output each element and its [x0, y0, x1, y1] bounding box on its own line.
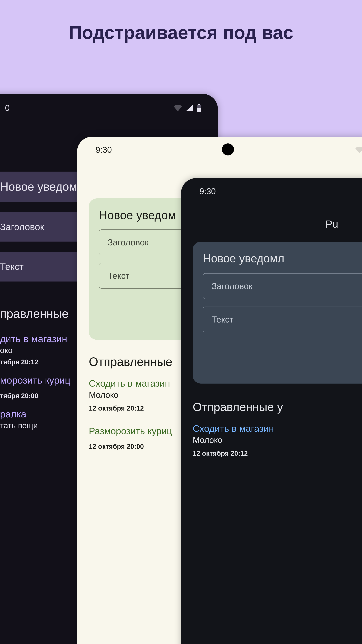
text-input-placeholder: Текст [108, 271, 130, 280]
camera-hole-icon [222, 144, 234, 156]
text-input-placeholder: Текст [212, 314, 233, 324]
sent-section-title: Отправленные у [181, 394, 362, 423]
status-icons [355, 146, 362, 153]
title-input-placeholder: Заголовок [212, 281, 253, 291]
status-bar: 9:30 [181, 178, 362, 196]
text-input[interactable]: Текст [203, 306, 362, 332]
notification-item[interactable]: Сходить в магазин Молоко 12 октября 20:1… [181, 423, 362, 464]
status-bar: 9:30 [77, 137, 362, 155]
phone-dark-blue: 9:30 Pu Новое уведомл Заголовок Текст От… [181, 178, 362, 644]
battery-icon [197, 104, 201, 112]
wifi-icon [355, 146, 362, 153]
notification-time: 12 октября 20:12 [193, 450, 362, 457]
cellular-icon [186, 105, 193, 111]
status-time: 9:30 [199, 186, 216, 196]
status-time: 0 [5, 103, 10, 113]
new-notification-title: Новое уведомл [203, 252, 362, 265]
status-bar: 0 [0, 94, 218, 113]
app-title: Pu [181, 196, 362, 242]
svg-rect-2 [197, 108, 201, 112]
hero-title: Подстраивается под вас [0, 22, 362, 43]
title-input-placeholder: Заголовок [108, 238, 149, 247]
status-time: 9:30 [95, 145, 112, 155]
title-input[interactable]: Заголовок [203, 273, 362, 299]
notification-title: Сходить в магазин [193, 423, 362, 434]
status-icons [174, 104, 201, 112]
new-notification-card: Новое уведомл Заголовок Текст [193, 242, 362, 384]
wifi-icon [174, 105, 182, 111]
svg-rect-0 [198, 104, 200, 105]
notification-body: Молоко [193, 435, 362, 445]
